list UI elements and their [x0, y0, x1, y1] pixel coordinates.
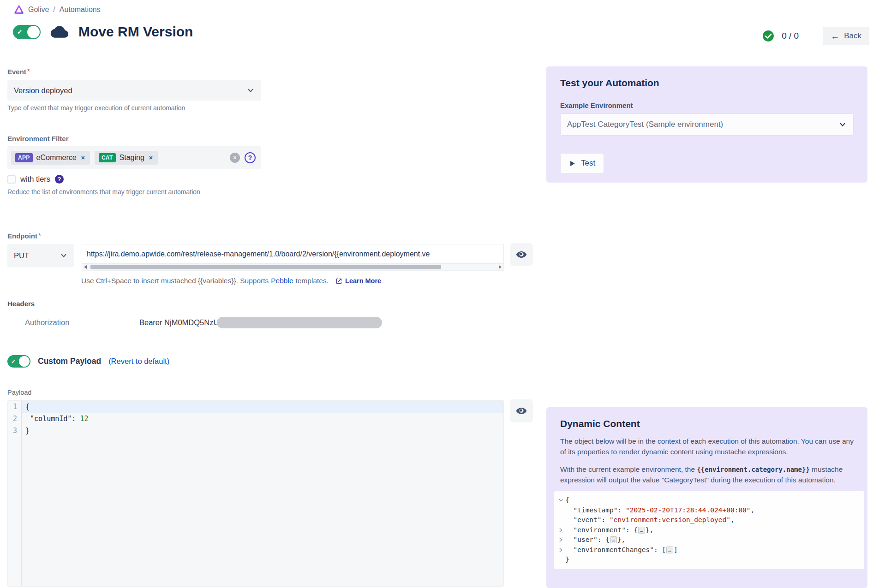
- dynamic-content-panel: Dynamic Content The object below will be…: [546, 407, 867, 588]
- with-tiers-row: with tiers ?: [7, 175, 261, 184]
- automation-detail-page: Golive / Automations ✓ Move RM Version 0…: [0, 0, 873, 588]
- expand-arrow-icon[interactable]: [556, 547, 565, 553]
- remove-tag-icon[interactable]: ×: [148, 154, 154, 161]
- expand-ellipsis-button[interactable]: …: [610, 536, 617, 543]
- collapse-arrow-icon[interactable]: [556, 497, 565, 503]
- test-panel-title: Test your Automation: [560, 77, 854, 89]
- remove-tag-icon[interactable]: ×: [80, 154, 86, 161]
- preview-payload-button[interactable]: [510, 399, 533, 422]
- json-key: "columnId": [30, 415, 72, 423]
- http-method-select[interactable]: PUT: [7, 244, 74, 267]
- payload-label: Payload: [7, 389, 504, 396]
- json-key: "environmentChanges": [573, 546, 654, 553]
- context-json-viewer[interactable]: { "timestamp": "2025-02-20T17:28:44.024+…: [554, 491, 864, 569]
- code-line: }: [22, 425, 503, 437]
- json-punct: {: [565, 495, 569, 505]
- environment-filter-help-text: Reduce the list of environments that may…: [7, 188, 261, 196]
- json-line: "timestamp": "2025-02-20T17:28:44.024+00…: [565, 505, 754, 516]
- golive-logo-icon: [14, 5, 24, 15]
- json-string-value: "2025-02-20T17:28:44.024+00:00": [626, 506, 751, 514]
- paragraph-text: With the current example environment, th…: [560, 465, 697, 473]
- event-help-text: Type of event that may trigger execution…: [7, 104, 261, 112]
- environment-filter-label: Environment Filter: [7, 135, 261, 143]
- editor-gutter: [8, 437, 22, 586]
- url-horizontal-scrollbar[interactable]: [82, 264, 504, 271]
- hint-text: Use Ctrl+Space to insert mustached {{var…: [81, 277, 269, 285]
- custom-payload-row: ✓ Custom Payload (Revert to default): [7, 355, 169, 368]
- json-number: 12: [80, 415, 88, 423]
- clear-filter-icon[interactable]: ×: [230, 153, 240, 163]
- revert-to-default-link[interactable]: (Revert to default): [108, 357, 169, 366]
- chevron-down-icon: [246, 86, 255, 95]
- line-number: 1: [8, 401, 22, 413]
- category-badge: CAT: [99, 153, 116, 162]
- example-environment-label: Example Environment: [560, 101, 854, 109]
- json-punct: ,: [650, 526, 654, 534]
- event-select[interactable]: Version deployed: [7, 80, 261, 101]
- page-title: Move RM Version: [78, 24, 193, 40]
- json-punct: ,: [751, 506, 755, 514]
- json-line: "event": "environment:version_deployed",: [565, 515, 735, 525]
- filter-help-icon[interactable]: ?: [245, 152, 256, 163]
- json-row: }: [556, 555, 860, 565]
- back-button[interactable]: ← Back: [823, 27, 869, 45]
- header-row: Authorization Bearer NjM0MDQ5NzU: [7, 317, 382, 328]
- http-method-value: PUT: [14, 251, 29, 260]
- scrollbar-thumb[interactable]: [90, 265, 441, 269]
- editor-line: 1 {: [8, 401, 503, 413]
- dynamic-content-title: Dynamic Content: [560, 418, 854, 429]
- with-tiers-checkbox[interactable]: [7, 175, 16, 184]
- environment-filter-field[interactable]: APP eCommerce × CAT Staging × × ?: [7, 146, 261, 169]
- json-punct: :: [598, 536, 605, 543]
- dynamic-content-paragraph-1: The object below will be in the context …: [560, 436, 859, 457]
- json-row: "environmentChanges": […]: [556, 545, 860, 555]
- headers-label: Headers: [7, 300, 382, 308]
- test-button[interactable]: Test: [560, 153, 604, 173]
- editor-line: 3 }: [8, 425, 503, 437]
- learn-more-link[interactable]: Learn More: [335, 277, 381, 285]
- code-line: {: [22, 401, 503, 413]
- expand-arrow-icon[interactable]: [556, 527, 565, 533]
- custom-payload-toggle[interactable]: ✓: [7, 355, 30, 368]
- breadcrumb-app[interactable]: Golive: [28, 6, 49, 14]
- line-number: 2: [8, 413, 22, 425]
- json-punct: :: [617, 506, 625, 514]
- hint-text: templates.: [296, 277, 329, 285]
- dynamic-content-paragraph-2: With the current example environment, th…: [560, 464, 859, 486]
- json-row: {: [556, 495, 860, 505]
- with-tiers-help-icon[interactable]: ?: [55, 175, 64, 184]
- back-arrow-icon: ←: [831, 32, 839, 41]
- editor-line: 2 "columnId": 12: [8, 413, 503, 425]
- automation-enabled-toggle[interactable]: ✓: [13, 25, 41, 39]
- example-environment-select[interactable]: AppTest CategoryTest (Sample environment…: [560, 113, 854, 136]
- filter-tag-category: CAT Staging ×: [95, 151, 158, 165]
- preview-endpoint-button[interactable]: [510, 243, 533, 266]
- endpoint-url-input[interactable]: https://jira.demo.apwide.com/rest/releas…: [82, 244, 504, 264]
- payload-editor[interactable]: 1 { 2 "columnId": 12 3 }: [7, 400, 504, 587]
- chevron-down-icon: [60, 251, 68, 260]
- play-icon: [569, 160, 576, 167]
- filter-tag-label: Staging: [120, 154, 144, 162]
- breadcrumb-page[interactable]: Automations: [60, 6, 101, 14]
- header-value-text: Bearer NjM0MDQ5NzU: [139, 318, 219, 327]
- json-row: "environment": {…},: [556, 525, 860, 535]
- scroll-left-icon[interactable]: [84, 265, 87, 269]
- breadcrumb-separator: /: [53, 6, 55, 14]
- cloud-icon: [50, 24, 69, 39]
- json-punct: ,: [730, 516, 735, 523]
- json-line: "environment": {…},: [565, 525, 653, 535]
- scroll-right-icon[interactable]: [499, 265, 502, 269]
- expand-ellipsis-button[interactable]: …: [638, 527, 645, 534]
- json-punct: {: [634, 526, 638, 534]
- json-punct: :: [654, 546, 662, 553]
- with-tiers-label: with tiers: [20, 175, 50, 184]
- expand-arrow-icon[interactable]: [556, 537, 565, 543]
- pebble-link[interactable]: Pebble: [271, 277, 293, 285]
- external-link-icon: [335, 278, 342, 285]
- endpoint-url-value: https://jira.demo.apwide.com/rest/releas…: [87, 250, 430, 258]
- json-punct: ]: [674, 546, 678, 553]
- app-badge: APP: [15, 153, 33, 162]
- expand-ellipsis-button[interactable]: …: [666, 546, 673, 553]
- event-select-value: Version deployed: [14, 86, 72, 95]
- toggle-knob: [27, 26, 40, 38]
